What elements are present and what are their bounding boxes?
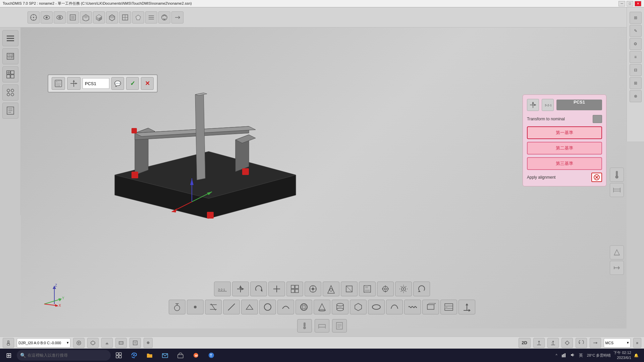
measure-button-bottom[interactable] [315, 319, 329, 333]
cs-dropdown[interactable]: MCS ▾ [604, 338, 631, 348]
basis3-button[interactable]: 第三基準 [527, 157, 602, 170]
rt-btn-tools[interactable]: ⚙ [630, 38, 642, 50]
rlf-btn-2[interactable] [610, 261, 624, 275]
sb-btn7[interactable]: ⊕ [144, 338, 153, 348]
tray-language[interactable]: 英 [578, 352, 584, 359]
rt-btn-delete[interactable]: ⊗ [630, 90, 642, 102]
rt-btn-grid2[interactable]: ⊞ [630, 77, 642, 89]
tb-btn-arrow[interactable] [171, 11, 183, 23]
bt-section-view[interactable] [440, 300, 457, 314]
tray-volume[interactable] [569, 352, 576, 359]
comment-button[interactable]: 💬 [111, 77, 124, 90]
bt-wave[interactable] [404, 300, 421, 314]
bt-plane[interactable] [241, 300, 258, 314]
bt-axis-ref[interactable] [459, 300, 475, 314]
ls-btn-align[interactable] [2, 84, 18, 101]
mail-button[interactable] [158, 349, 172, 361]
tb-btn-section[interactable] [106, 11, 118, 23]
bt-line-pair[interactable] [205, 300, 222, 314]
taskbar-search[interactable] [17, 350, 111, 361]
bt-circle-geom[interactable] [259, 300, 276, 314]
rlf-btn-1[interactable] [610, 245, 624, 259]
cancel-button[interactable]: ✕ [141, 77, 154, 90]
sb-btn3[interactable] [87, 338, 99, 348]
bt-refresh[interactable] [413, 282, 430, 296]
tb-btn-measure[interactable] [28, 11, 40, 23]
sb-end-btn[interactable]: ≡ [633, 338, 641, 348]
bt-plus[interactable] [268, 282, 285, 296]
rf-btn-probe[interactable] [610, 168, 624, 182]
rt-btn-table[interactable]: ⊟ [630, 64, 642, 76]
tb-btn-cube-top[interactable] [80, 11, 92, 23]
bt-save[interactable] [359, 282, 376, 296]
bt-offset[interactable] [232, 282, 249, 296]
panel-icon1[interactable] [527, 99, 539, 111]
sb-btn5[interactable] [115, 338, 127, 348]
taskview-button[interactable] [111, 349, 126, 361]
bt-cone[interactable] [314, 300, 330, 314]
tb-btn-transform[interactable] [158, 11, 170, 23]
sb-btn4[interactable] [101, 338, 113, 348]
tray-network[interactable] [560, 352, 568, 359]
basis2-button[interactable]: 第二基準 [527, 142, 602, 155]
confirm-button[interactable]: ✓ [126, 77, 139, 90]
bt-square[interactable] [341, 282, 358, 296]
ls-btn-feature[interactable] [2, 66, 18, 82]
panel-icon2[interactable]: 3-2-1 [542, 99, 554, 111]
bt-mortar[interactable] [169, 300, 185, 314]
ls-btn-report[interactable] [2, 103, 18, 119]
cs-btn1[interactable] [533, 338, 545, 348]
bt-line[interactable] [223, 300, 240, 314]
bt-settings2[interactable] [395, 282, 412, 296]
minimize-button[interactable]: ─ [619, 1, 625, 6]
bt-grid[interactable] [286, 282, 303, 296]
bt-arc[interactable] [277, 300, 294, 314]
store-button[interactable] [173, 349, 188, 361]
bt-cylinder[interactable] [332, 300, 348, 314]
cs-btn5[interactable] [590, 338, 601, 348]
taskbar-weather[interactable]: 28°C 多雲時晴 [586, 352, 612, 359]
tray-arrow[interactable]: ^ [554, 353, 559, 358]
bt-cross[interactable] [305, 282, 321, 296]
tb-btn-eye2[interactable] [54, 11, 66, 23]
app5-button[interactable]: W [189, 349, 203, 361]
maximize-button[interactable]: □ [627, 1, 633, 6]
notification-button[interactable]: 🔔 [633, 353, 640, 358]
transform-checkbox[interactable] [593, 115, 602, 123]
explorer-button[interactable] [142, 349, 157, 361]
basis1-button[interactable]: 第一基準 [527, 126, 602, 139]
bt-curve[interactable] [386, 300, 403, 314]
pcs-name-field[interactable]: PCS1 [556, 100, 602, 110]
tb-btn-cube-front[interactable] [67, 11, 79, 23]
start-button[interactable]: ⊞ [1, 349, 16, 361]
edge-button[interactable] [127, 349, 142, 361]
2d-button[interactable]: 2D [519, 338, 531, 348]
rf-btn-measure2[interactable] [610, 183, 624, 197]
bt-rotate[interactable] [250, 282, 267, 296]
rt-btn-grid[interactable]: ⊞ [630, 12, 642, 24]
report-button-bottom[interactable] [332, 319, 347, 333]
sb-btn2[interactable] [73, 338, 85, 348]
taskbar-time[interactable]: 下午 02:12 2023/6/1 [613, 350, 631, 361]
pcs-name-input[interactable]: PCS1 [83, 78, 109, 89]
bt-gear2[interactable] [377, 282, 394, 296]
cs-btn2[interactable] [547, 338, 559, 348]
cs-btn4[interactable] [576, 338, 587, 348]
bt-hex[interactable] [350, 300, 367, 314]
sb-btn6[interactable] [129, 338, 141, 348]
tb-btn-plane[interactable] [132, 11, 144, 23]
ls-btn-menu[interactable] [2, 30, 18, 46]
bt-cube-face[interactable] [422, 300, 439, 314]
calculator-button[interactable] [52, 77, 65, 90]
rt-btn-list[interactable]: ≡ [630, 51, 642, 63]
bt-circle[interactable] [323, 282, 339, 296]
bt-ellipse[interactable] [368, 300, 385, 314]
app6-button[interactable]: T [204, 349, 219, 361]
tb-btn-eye[interactable] [41, 11, 53, 23]
sb-probe-select[interactable] [3, 338, 14, 348]
close-button[interactable]: ✕ [635, 1, 641, 6]
tb-btn-lines[interactable] [145, 11, 157, 23]
ls-btn-tolerance[interactable]: +0.00-0.00 [2, 48, 18, 64]
tb-btn-cube-iso[interactable] [93, 11, 105, 23]
rt-btn-edit[interactable]: ✎ [630, 25, 642, 37]
